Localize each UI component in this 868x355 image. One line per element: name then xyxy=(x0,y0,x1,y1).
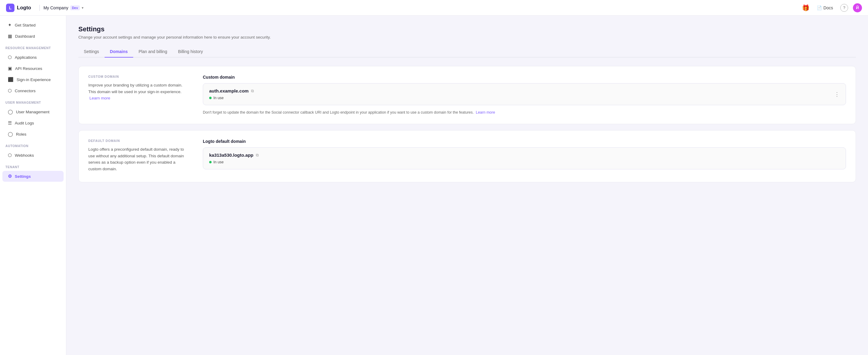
chevron-down-icon: ▾ xyxy=(82,6,84,10)
sidebar-item-api-resources[interactable]: ▣ API Resources xyxy=(2,63,64,74)
automation-section-label: AUTOMATION xyxy=(0,140,66,150)
sidebar-item-applications[interactable]: ⬡ Applications xyxy=(2,52,64,63)
custom-domain-right-title: Custom domain xyxy=(203,75,846,79)
sidebar-item-signin-experience[interactable]: ⬛ Sign-in Experience xyxy=(2,74,64,85)
custom-domain-description: Improve your branding by utilizing a cus… xyxy=(88,82,185,102)
sidebar-item-get-started[interactable]: ✦ Get Started xyxy=(2,20,64,30)
custom-domain-more-button[interactable]: ⋮ xyxy=(832,90,841,99)
main-layout: ✦ Get Started ▦ Dashboard RESOURCE MANAG… xyxy=(0,16,868,355)
tab-domains[interactable]: Domains xyxy=(104,46,133,58)
custom-domain-status: In use xyxy=(213,96,224,100)
custom-domain-info-text: Don't forget to update the domain for th… xyxy=(203,109,846,116)
user-avatar[interactable]: Й xyxy=(853,3,862,12)
webhooks-icon: ⬡ xyxy=(8,153,12,158)
default-domain-box: ka313a530.logto.app ⧉ In use xyxy=(203,148,846,169)
custom-domain-box: auth.example.com ⧉ In use ⋮ xyxy=(203,83,846,105)
sidebar-item-dashboard[interactable]: ▦ Dashboard xyxy=(2,31,64,41)
default-domain-name-row: ka313a530.logto.app ⧉ xyxy=(209,153,840,158)
custom-domain-info-learn-more-link[interactable]: Learn more xyxy=(476,110,495,115)
audit-logs-icon: ☰ xyxy=(8,120,12,126)
custom-domain-learn-more-link[interactable]: Learn more xyxy=(90,96,110,100)
resource-management-label: RESOURCE MANAGEMENT xyxy=(0,42,66,52)
applications-icon: ⬡ xyxy=(8,55,12,60)
sidebar-item-settings[interactable]: ⚙ Settings xyxy=(2,171,64,182)
custom-domain-name: auth.example.com xyxy=(209,88,249,93)
settings-tabs: Settings Domains Plan and billing Billin… xyxy=(79,46,856,58)
tab-settings[interactable]: Settings xyxy=(79,46,104,58)
tab-plan-billing[interactable]: Plan and billing xyxy=(133,46,173,58)
signin-experience-icon: ⬛ xyxy=(8,77,13,82)
default-domain-right: Logto default domain ka313a530.logto.app… xyxy=(203,139,846,173)
custom-domain-card: CUSTOM DOMAIN Improve your branding by u… xyxy=(79,66,856,124)
sidebar-item-user-management[interactable]: ◯ User Management xyxy=(2,106,64,117)
default-domain-status-row: In use xyxy=(209,160,840,164)
docs-file-icon: 📄 xyxy=(817,5,822,10)
tenant-section-label: TENANT xyxy=(0,161,66,170)
roles-icon: ◯ xyxy=(8,131,13,137)
gift-icon[interactable]: 🎁 xyxy=(802,4,809,11)
default-domain-description: Logto offers a preconfigured default dom… xyxy=(88,146,185,172)
custom-domain-name-row: auth.example.com ⧉ xyxy=(209,88,840,93)
custom-domain-section-label: CUSTOM DOMAIN xyxy=(88,75,185,78)
custom-domain-status-row: In use xyxy=(209,96,840,100)
sidebar-item-audit-logs[interactable]: ☰ Audit Logs xyxy=(2,118,64,128)
custom-domain-left: CUSTOM DOMAIN Improve your branding by u… xyxy=(88,75,185,116)
tab-billing-history[interactable]: Billing history xyxy=(173,46,208,58)
page-title: Settings xyxy=(79,25,856,33)
dashboard-icon: ▦ xyxy=(8,33,12,39)
sidebar-item-roles[interactable]: ◯ Roles xyxy=(2,129,64,139)
sidebar: ✦ Get Started ▦ Dashboard RESOURCE MANAG… xyxy=(0,16,66,355)
default-domain-status: In use xyxy=(213,160,224,164)
logto-logo-icon: L xyxy=(6,4,14,12)
default-domain-right-title: Logto default domain xyxy=(203,139,846,144)
custom-domain-status-dot xyxy=(209,97,212,99)
connectors-icon: ⬡ xyxy=(8,88,12,93)
api-resources-icon: ▣ xyxy=(8,66,12,71)
company-selector[interactable]: My Company Dev ▾ xyxy=(43,5,84,10)
top-navigation: L Logto My Company Dev ▾ 🎁 📄 Docs ? Й xyxy=(0,0,868,16)
user-management-section-label: USER MANAGEMENT xyxy=(0,96,66,106)
dev-environment-badge: Dev xyxy=(70,5,80,10)
docs-button[interactable]: 📄 Docs xyxy=(814,4,835,11)
company-name: My Company xyxy=(43,5,68,10)
settings-icon: ⚙ xyxy=(8,173,12,179)
copy-custom-domain-icon[interactable]: ⧉ xyxy=(251,89,254,93)
main-content: Settings Change your account settings an… xyxy=(66,16,868,355)
default-domain-name: ka313a530.logto.app xyxy=(209,153,253,158)
logo-text: Logto xyxy=(17,5,31,11)
default-domain-section-label: DEFAULT DOMAIN xyxy=(88,139,185,142)
user-management-icon: ◯ xyxy=(8,109,13,115)
logo-area[interactable]: L Logto xyxy=(6,4,31,12)
default-domain-left: DEFAULT DOMAIN Logto offers a preconfigu… xyxy=(88,139,185,173)
sidebar-item-connectors[interactable]: ⬡ Connectors xyxy=(2,85,64,96)
topnav-right: 🎁 📄 Docs ? Й xyxy=(802,3,862,12)
sidebar-item-webhooks[interactable]: ⬡ Webhooks xyxy=(2,150,64,161)
page-subtitle: Change your account settings and manage … xyxy=(79,35,856,39)
default-domain-card: DEFAULT DOMAIN Logto offers a preconfigu… xyxy=(79,130,856,182)
nav-divider xyxy=(39,5,40,11)
copy-default-domain-icon[interactable]: ⧉ xyxy=(256,153,258,158)
default-domain-status-dot xyxy=(209,161,212,163)
custom-domain-right: Custom domain auth.example.com ⧉ In use … xyxy=(203,75,846,116)
get-started-icon: ✦ xyxy=(8,22,12,28)
help-icon[interactable]: ? xyxy=(840,4,848,12)
